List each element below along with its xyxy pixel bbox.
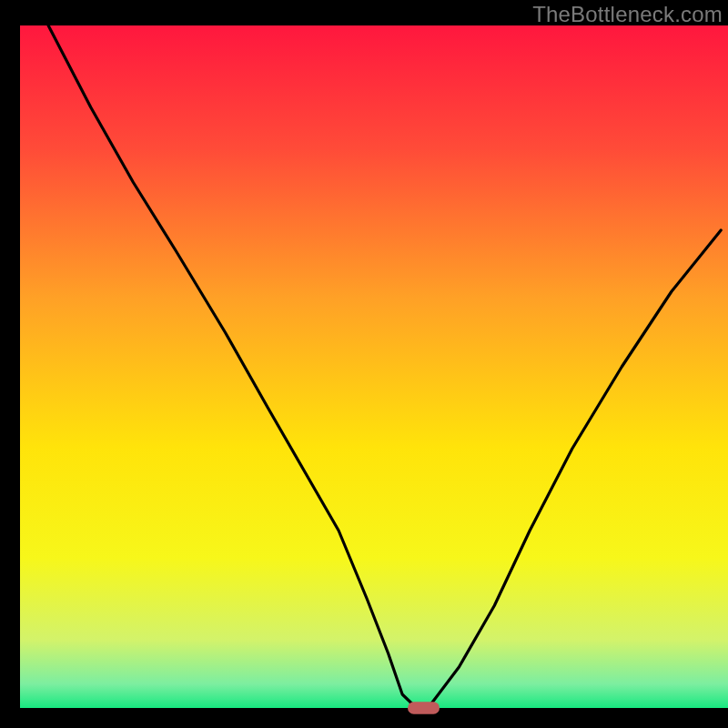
marker-optimal-point bbox=[408, 702, 440, 714]
watermark-text: TheBottleneck.com bbox=[532, 2, 723, 27]
bottleneck-chart bbox=[0, 0, 728, 728]
